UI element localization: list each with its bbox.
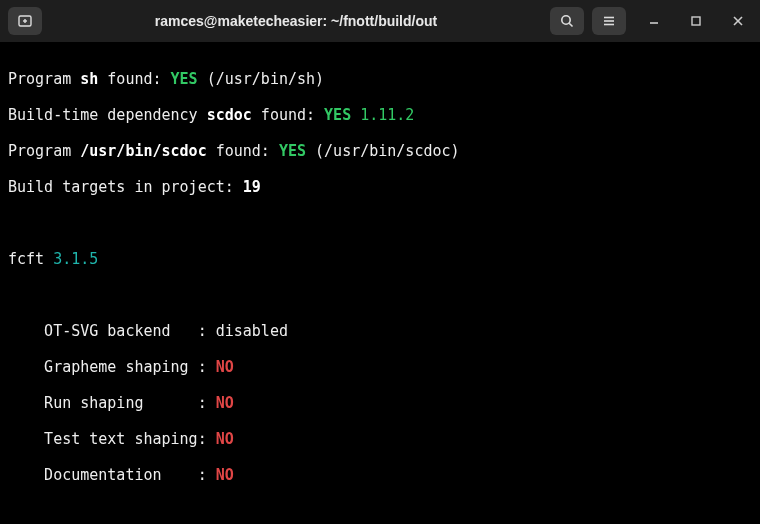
text: Build targets in project:	[8, 178, 243, 196]
svg-point-3	[562, 16, 570, 24]
maximize-button[interactable]	[682, 7, 710, 35]
close-button[interactable]	[724, 7, 752, 35]
minimize-button[interactable]	[640, 7, 668, 35]
text: OT-SVG backend : disabled	[8, 322, 288, 340]
search-button[interactable]	[550, 7, 584, 35]
text: 19	[243, 178, 261, 196]
text: Program	[8, 70, 80, 88]
text: 3.1.5	[53, 250, 98, 268]
menu-button[interactable]	[592, 7, 626, 35]
text: YES	[324, 106, 351, 124]
text: Documentation :	[8, 466, 216, 484]
text: found:	[98, 70, 170, 88]
text: NO	[216, 466, 234, 484]
text: Run shaping :	[8, 394, 216, 412]
text: 1.11.2	[351, 106, 414, 124]
svg-line-4	[569, 23, 572, 26]
text: scdoc	[207, 106, 252, 124]
text: Build-time dependency	[8, 106, 207, 124]
new-tab-button[interactable]	[8, 7, 42, 35]
text: found:	[207, 142, 279, 160]
text: YES	[279, 142, 306, 160]
text: YES	[171, 70, 198, 88]
text: (/usr/bin/scdoc)	[306, 142, 460, 160]
text: Program	[8, 142, 80, 160]
text: found:	[252, 106, 324, 124]
text: (/usr/bin/sh)	[198, 70, 324, 88]
text: Grapheme shaping :	[8, 358, 216, 376]
text: NO	[216, 358, 234, 376]
text: Test text shaping:	[8, 430, 216, 448]
terminal-output[interactable]: Program sh found: YES (/usr/bin/sh) Buil…	[0, 42, 760, 524]
text: fcft	[8, 250, 53, 268]
text: sh	[80, 70, 98, 88]
svg-rect-9	[692, 17, 700, 25]
text: NO	[216, 430, 234, 448]
text: NO	[216, 394, 234, 412]
titlebar: ramces@maketecheasier: ~/fnott/build/out	[0, 0, 760, 42]
window-title: ramces@maketecheasier: ~/fnott/build/out	[50, 12, 542, 30]
text: /usr/bin/scdoc	[80, 142, 206, 160]
